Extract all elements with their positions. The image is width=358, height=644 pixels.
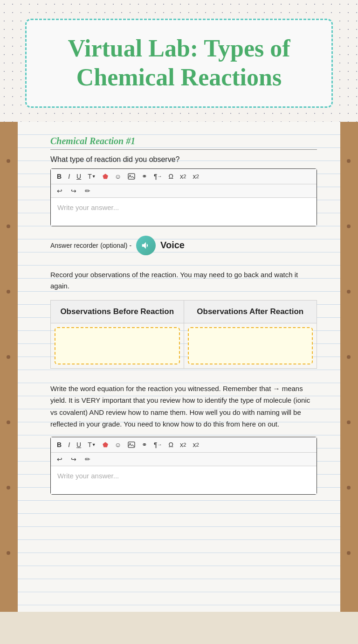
dot-decoration [7, 420, 10, 424]
link-button2[interactable]: ⚭ [139, 440, 150, 449]
right-margin [340, 122, 358, 612]
observations-table: Observations Before Reaction Observation… [50, 300, 317, 369]
svg-rect-0 [128, 174, 135, 179]
dot-decoration [347, 486, 351, 490]
obs-before-input[interactable] [55, 327, 180, 364]
superscript-button2[interactable]: x2 [190, 440, 201, 449]
italic-button2[interactable]: I [66, 440, 72, 449]
text-style-button[interactable]: T▼ [85, 172, 98, 181]
undo-button[interactable]: ↩ [55, 186, 65, 196]
underline-button2[interactable]: U [74, 440, 83, 449]
paragraph-button[interactable]: ¶→ [151, 172, 165, 181]
undo-button2[interactable]: ↩ [55, 455, 65, 464]
text-style-button2[interactable]: T▼ [85, 440, 98, 449]
omega-button2[interactable]: Ω [166, 440, 175, 449]
omega-button[interactable]: Ω [166, 172, 175, 181]
toolbar2: B I U T▼ ⬟ ☺ ⚭ ¶→ Ω x2 x2 [51, 437, 317, 453]
dot-decoration [7, 224, 10, 228]
recorder-label: Answer recorder (optional) - [50, 241, 131, 250]
answer-recorder: Answer recorder (optional) - Voice [50, 236, 317, 255]
title-box: Virtual Lab: Types of Chemical Reactions [25, 19, 333, 108]
dot-decoration [347, 224, 351, 228]
obs-after-input[interactable] [188, 327, 313, 364]
link-button[interactable]: ⚭ [139, 172, 150, 181]
word-equation-text: Write the word equation for the reaction… [50, 383, 317, 430]
emoji-button[interactable]: ☺ [112, 172, 124, 181]
toolbar1-row2: ↩ ↪ ✏ [51, 184, 317, 198]
clear-format-button[interactable]: ✏ [83, 186, 93, 196]
bold-button2[interactable]: B [55, 440, 64, 449]
dot-decoration [347, 159, 351, 163]
content-wrapper: Chemical Reaction #1 What type of reacti… [0, 122, 358, 612]
underline-button[interactable]: U [74, 172, 83, 181]
editor1: B I U T▼ ⬟ ☺ ⚭ ¶→ Ω x2 x2 ↩ ↪ ✏ [50, 168, 317, 226]
clear-format-button2[interactable]: ✏ [83, 455, 93, 464]
dot-decoration [347, 290, 351, 294]
dot-decoration [7, 486, 10, 490]
subscript-button[interactable]: x2 [178, 172, 188, 181]
observations-instruction: Record your observations of the reaction… [50, 269, 317, 292]
dot-decoration [347, 551, 351, 555]
image-button[interactable] [125, 172, 138, 181]
dot-decoration [7, 290, 10, 294]
answer-input-2[interactable]: Write your answer... [51, 466, 317, 494]
svg-rect-2 [128, 442, 135, 448]
editor2: B I U T▼ ⬟ ☺ ⚭ ¶→ Ω x2 x2 ↩ ↪ ✏ [50, 437, 317, 495]
answer-input-1[interactable]: Write your answer... [51, 198, 317, 226]
voice-button[interactable] [136, 236, 156, 255]
inner-content: Chemical Reaction #1 What type of reacti… [18, 122, 340, 612]
paragraph-button2[interactable]: ¶→ [151, 440, 165, 449]
left-margin [0, 122, 18, 612]
question1-label: What type of reaction did you observe? [50, 155, 317, 164]
color-button2[interactable]: ⬟ [100, 440, 110, 449]
italic-button[interactable]: I [66, 172, 72, 181]
dot-decoration [7, 551, 10, 555]
obs-after-header: Observations After Reaction [184, 300, 317, 323]
redo-button2[interactable]: ↪ [69, 455, 79, 464]
section-title: Chemical Reaction #1 [50, 136, 317, 150]
dot-decoration [7, 355, 10, 359]
toolbar1: B I U T▼ ⬟ ☺ ⚭ ¶→ Ω x2 x2 [51, 169, 317, 184]
page-title: Virtual Lab: Types of Chemical Reactions [45, 34, 313, 92]
header-section: Virtual Lab: Types of Chemical Reactions [0, 0, 358, 122]
dot-decoration [347, 355, 351, 359]
color-button[interactable]: ⬟ [100, 172, 110, 181]
obs-before-cell [51, 323, 184, 368]
redo-button[interactable]: ↪ [69, 186, 79, 196]
obs-after-cell [184, 323, 317, 368]
voice-label: Voice [160, 240, 185, 251]
dot-decoration [7, 159, 10, 163]
bold-button[interactable]: B [55, 172, 64, 181]
image-button2[interactable] [125, 441, 138, 449]
superscript-button[interactable]: x2 [190, 172, 201, 181]
toolbar2-row2: ↩ ↪ ✏ [51, 453, 317, 466]
emoji-button2[interactable]: ☺ [112, 440, 124, 449]
subscript-button2[interactable]: x2 [178, 440, 188, 449]
dot-decoration [347, 420, 351, 424]
obs-before-header: Observations Before Reaction [51, 300, 184, 323]
